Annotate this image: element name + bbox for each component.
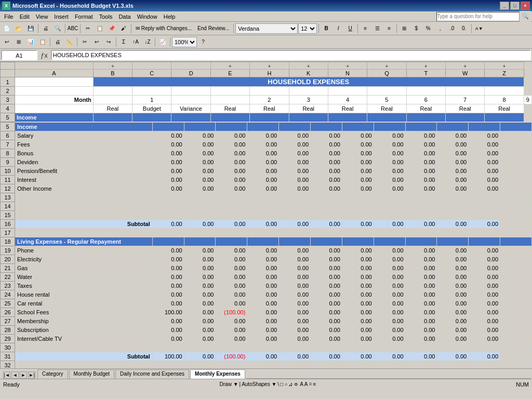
data-value-cell[interactable]: 0.00 — [374, 255, 405, 264]
format-painter-button[interactable]: 🖌 — [118, 23, 129, 34]
data-value-cell[interactable]: 0.00 — [311, 176, 342, 184]
row-num[interactable]: 16 — [1, 220, 15, 229]
data-value-cell[interactable]: 0.00 — [247, 140, 279, 149]
col-k-header[interactable]: K — [289, 70, 328, 77]
spell-check-button[interactable]: ABC — [67, 23, 78, 34]
data-value-cell[interactable]: 0.00 — [437, 317, 469, 326]
data-value-cell[interactable]: 0.00 — [405, 158, 437, 167]
subtotal-label-cell[interactable]: Subtotal — [15, 220, 153, 229]
data-label-cell[interactable]: Gas — [15, 264, 153, 273]
data-value-cell[interactable]: 0.00 — [216, 149, 247, 158]
data-value-cell[interactable]: 0.00 — [279, 299, 311, 308]
data-value-cell[interactable]: 0.00 — [247, 326, 279, 335]
font-color-button[interactable]: A▼ — [473, 23, 485, 34]
data-value-cell[interactable]: 0.00 — [374, 176, 405, 184]
cell[interactable] — [289, 113, 328, 122]
data-value-cell[interactable]: 0.00 — [374, 246, 405, 255]
data-value-cell[interactable]: 0.00 — [247, 308, 279, 317]
data-value-cell[interactable]: 0.00 — [405, 176, 437, 184]
data-label-cell[interactable]: Interest — [15, 176, 153, 184]
data-value-cell[interactable]: 0.00 — [437, 140, 469, 149]
font-selector[interactable]: Verdana — [235, 23, 298, 34]
align-right-button[interactable]: ≡ — [383, 23, 395, 34]
tab-monthly-expenses[interactable]: Monthly Expenses — [190, 369, 245, 379]
data-value-cell[interactable]: 0.00 — [469, 149, 500, 158]
data-value-cell[interactable]: 0.00 — [374, 273, 405, 282]
data-value-cell[interactable]: 0.00 — [405, 264, 437, 273]
data-value-cell[interactable]: 0.00 — [469, 290, 500, 299]
data-value-cell[interactable]: 0.00 — [405, 317, 437, 326]
col-z-header[interactable]: Z — [485, 70, 524, 77]
data-value-cell[interactable]: 0.00 — [216, 131, 247, 140]
data-value-cell[interactable]: 0.00 — [216, 184, 247, 193]
data-value-cell[interactable]: 0.00 — [311, 255, 342, 264]
data-value-cell[interactable]: 0.00 — [279, 308, 311, 317]
subtotal-value-cell[interactable]: 0.00 — [152, 220, 184, 229]
cell-real6[interactable]: Real — [367, 104, 406, 113]
data-value-cell[interactable]: 0.00 — [374, 158, 405, 167]
data-value-cell[interactable]: 0.00 — [342, 282, 374, 290]
data-value-cell[interactable]: 0.00 — [247, 335, 279, 343]
data-value-cell[interactable]: 0.00 — [311, 290, 342, 299]
menu-file[interactable]: File — [1, 12, 17, 21]
italic-button[interactable]: I — [332, 23, 344, 34]
row-num[interactable]: 10 — [1, 167, 15, 176]
row-num[interactable]: 24 — [1, 290, 15, 299]
data-label-cell[interactable]: Subscription — [15, 326, 153, 335]
data-value-cell[interactable]: 0.00 — [184, 149, 216, 158]
data-value-cell[interactable]: 0.00 — [311, 335, 342, 343]
subtotal-label-cell[interactable]: Subtotal — [15, 352, 153, 361]
data-value-cell[interactable]: 0.00 — [279, 264, 311, 273]
data-value-cell[interactable]: 0.00 — [437, 273, 469, 282]
data-value-cell[interactable]: 0.00 — [405, 282, 437, 290]
menu-view[interactable]: View — [33, 12, 51, 21]
row-num[interactable]: 18 — [1, 237, 15, 246]
data-value-cell[interactable]: 0.00 — [247, 317, 279, 326]
data-value-cell[interactable]: 0.00 — [184, 335, 216, 343]
data-value-cell[interactable]: 0.00 — [279, 290, 311, 299]
cell[interactable] — [250, 113, 289, 122]
data-value-cell[interactable]: 0.00 — [152, 317, 184, 326]
tab-monthly-budget[interactable]: Monthly Budget — [69, 369, 115, 379]
tb2-sigma-btn[interactable]: Σ — [118, 36, 129, 48]
data-value-cell[interactable]: 0.00 — [437, 131, 469, 140]
data-value-cell[interactable]: 0.00 — [342, 149, 374, 158]
paste-button[interactable]: 📌 — [106, 23, 117, 34]
cut-button[interactable]: ✂ — [82, 23, 94, 34]
tb2-layout-btn[interactable]: 📐 — [64, 36, 75, 48]
row-num[interactable]: 6 — [1, 131, 15, 140]
subtotal-value-cell[interactable]: 0.00 — [342, 220, 374, 229]
data-value-cell[interactable]: 0.00 — [405, 167, 437, 176]
cell-real5[interactable]: Real — [328, 104, 367, 113]
bold-button[interactable]: B — [321, 23, 332, 34]
data-value-cell[interactable]: 0.00 — [374, 317, 405, 326]
reply-changes-button[interactable]: ✉ Reply with Changes... — [133, 23, 194, 34]
cell-month-6[interactable]: 6 — [406, 96, 445, 104]
data-value-cell[interactable]: 0.00 — [152, 290, 184, 299]
cell-real7[interactable]: Real — [406, 104, 445, 113]
subtotal-value-cell[interactable]: 0.00 — [437, 352, 469, 361]
data-label-cell[interactable]: Phone — [15, 246, 153, 255]
data-label-cell[interactable]: Deviden — [15, 158, 153, 167]
menu-tools[interactable]: Tools — [96, 12, 116, 21]
cell[interactable] — [406, 87, 445, 96]
data-value-cell[interactable]: 0.00 — [247, 246, 279, 255]
cell[interactable] — [171, 87, 210, 96]
subtotal-value-cell[interactable]: 0.00 — [469, 352, 500, 361]
cell-real9[interactable]: Real — [485, 104, 524, 113]
data-value-cell[interactable]: 0.00 — [437, 290, 469, 299]
data-value-cell[interactable]: 0.00 — [279, 184, 311, 193]
cell-month-5[interactable]: 5 — [367, 96, 406, 104]
data-value-cell[interactable]: 0.00 — [311, 264, 342, 273]
cell-real1[interactable]: Real — [93, 104, 132, 113]
data-value-cell[interactable]: 0.00 — [469, 131, 500, 140]
data-label-cell[interactable]: Electricity — [15, 255, 153, 264]
subtotal-value-cell[interactable]: 0.00 — [184, 352, 216, 361]
data-value-cell[interactable]: 0.00 — [469, 308, 500, 317]
data-value-cell[interactable]: 0.00 — [469, 140, 500, 149]
ask-question-input[interactable] — [436, 12, 520, 21]
col-n-header[interactable]: N — [328, 70, 367, 77]
cell[interactable] — [445, 113, 484, 122]
data-value-cell[interactable]: 0.00 — [152, 273, 184, 282]
data-value-cell[interactable]: 0.00 — [311, 131, 342, 140]
